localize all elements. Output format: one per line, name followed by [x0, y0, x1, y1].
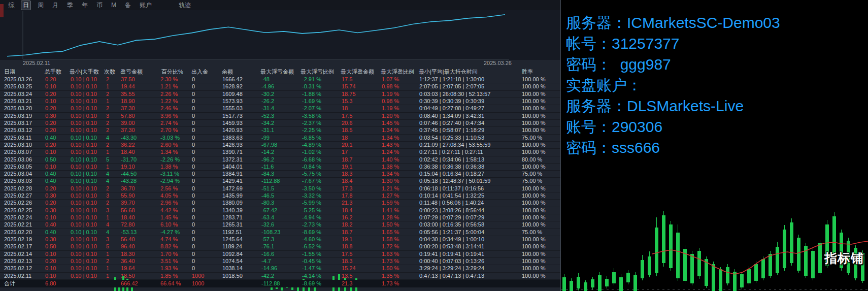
cell-mfp: 18 — [342, 105, 348, 112]
table-row[interactable]: 2025.02.280.200.10 | 0.10236.702.56 %014… — [0, 185, 561, 192]
table-row[interactable]: 2025.02.210.400.10 | 0.10472.806.10 %012… — [0, 221, 561, 229]
cell-inout: 0 — [192, 76, 195, 83]
cell-mfl: -80.3 — [261, 200, 274, 206]
cell-win: 100.00 % — [522, 149, 545, 155]
table-row[interactable]: 2025.03.240.200.10 | 0.10235.552.26 %016… — [0, 91, 561, 98]
table-row[interactable]: 2025.02.170.500.10 | 0.10596.408.82 %011… — [0, 243, 561, 250]
cell-inout: 0 — [192, 156, 195, 163]
cell-lots: 0.10 — [45, 265, 56, 272]
cell-mfpp: 1.24 % — [382, 149, 399, 155]
table-row[interactable]: 2025.02.270.300.10 | 0.10355.904.05 %014… — [0, 192, 561, 200]
total-inout: 1000 — [192, 280, 204, 287]
table-row[interactable]: 2025.02.250.300.10 | 0.10356.684.42 %013… — [0, 207, 561, 214]
cell-pct: -3.03 % — [160, 135, 180, 141]
table-row[interactable]: 2025.02.140.100.10 | 0.10118.301.70 %010… — [0, 251, 561, 258]
cell-balance: 1404.01 — [222, 164, 243, 170]
cell-count: 2 — [106, 91, 109, 98]
cell-mflp: -0.31 % — [302, 83, 321, 90]
cell-minmax: 0.10 | 0.10 — [71, 156, 97, 163]
cell-mflp: -2.73 % — [302, 221, 321, 228]
cell-minmax: 0.10 | 0.10 — [71, 265, 97, 272]
table-row[interactable]: 2025.03.120.200.10 | 0.10237.302.70 %014… — [0, 127, 561, 134]
total-mfpp: 1.73 % — [382, 280, 399, 287]
table-row[interactable]: 2025.02.120.100.10 | 0.10119.641.93 %010… — [0, 265, 561, 272]
cell-inout: 0 — [192, 200, 195, 206]
table-row[interactable]: 2025.03.260.200.10 | 0.10237.502.30 %016… — [0, 76, 561, 83]
cell-pl: -43.30 — [121, 135, 137, 141]
table-row[interactable]: 2025.03.170.200.10 | 0.10239.002.74 %014… — [0, 120, 561, 127]
table-row[interactable]: 2025.03.070.100.10 | 0.10118.401.34 %013… — [0, 149, 561, 156]
table-row[interactable]: 2025.03.060.500.10 | 0.105-31.70-2.26 %0… — [0, 156, 561, 164]
table-row[interactable]: 2025.03.250.100.10 | 0.10119.441.21 %016… — [0, 83, 561, 90]
cell-date: 2025.03.12 — [4, 127, 32, 134]
cell-mfpp: 1.50 % — [382, 221, 399, 228]
cell-mfpp: 1.30 % — [382, 178, 399, 184]
cell-mflp: -3.58 % — [302, 113, 321, 119]
cell-balance: 1380.09 — [222, 200, 243, 206]
cell-pl: 36.40 — [121, 258, 135, 265]
cell-mfp: 18.5 — [342, 127, 352, 134]
cell-balance: 1265.31 — [222, 221, 243, 228]
table-row[interactable]: 2025.03.040.400.10 | 0.104-44.50-3.11 %0… — [0, 171, 561, 178]
cell-minmax: 0.10 | 0.10 — [71, 221, 97, 228]
account-info: 服务器：ICMarketsSC-Demo03帐号：31257377密码： ggg… — [566, 12, 780, 158]
table-row[interactable]: 2025.03.050.100.10 | 0.10119.101.38 %014… — [0, 164, 561, 171]
cell-mfl: -30.2 — [261, 91, 274, 98]
cell-balance: 1666.42 — [222, 76, 243, 83]
cell-inout: 0 — [192, 229, 195, 236]
cell-count: 2 — [106, 76, 109, 83]
cell-mflp: -5.99 % — [302, 200, 321, 206]
cell-balance: 1038.14 — [222, 265, 243, 272]
total-mfp: 21.3 — [342, 280, 352, 287]
table-row[interactable]: 2025.02.190.300.10 | 0.10356.404.74 %012… — [0, 236, 561, 243]
cell-mfpp: 1.19 % — [382, 91, 399, 98]
cell-time: 0:04:30 | 0:34:49 | 1:00:10 — [419, 236, 484, 243]
cell-inout: 0 — [192, 214, 195, 221]
table-row[interactable]: 2025.02.130.200.10 | 0.10236.403.51 %010… — [0, 258, 561, 265]
table-row[interactable]: 2025.03.190.300.10 | 0.10357.803.96 %015… — [0, 113, 561, 120]
cell-mflp: -5.25 % — [302, 207, 321, 214]
cell-minmax: 0.10 | 0.10 — [71, 207, 97, 214]
cell-minmax: 0.10 | 0.10 — [71, 178, 97, 184]
cell-mflp: -4.89 % — [302, 142, 321, 148]
cell-mfl: -16.6 — [261, 251, 274, 257]
cell-date: 2025.03.21 — [4, 98, 32, 105]
cell-win: 75.00 % — [522, 229, 542, 236]
cell-date: 2025.03.11 — [4, 135, 31, 141]
table-row[interactable]: 2025.03.200.200.10 | 0.10237.302.46 %015… — [0, 105, 561, 112]
cell-mfpp: 1.38 % — [382, 164, 399, 170]
cell-pct: 3.96 % — [160, 113, 178, 119]
table-row[interactable]: 2025.03.030.400.10 | 0.104-43.28-2.94 %0… — [0, 178, 561, 185]
cell-pl: 36.22 — [121, 142, 135, 148]
table-row[interactable]: 2025.03.110.400.10 | 0.104-43.30-3.03 %0… — [0, 135, 561, 142]
cell-pl: 39.00 — [121, 120, 135, 126]
cell-mfpp: 0.98 % — [382, 98, 399, 105]
cell-win: 100.00 % — [522, 251, 545, 257]
table-row[interactable]: 2025.02.260.200.10 | 0.10239.702.96 %013… — [0, 200, 561, 207]
table-row[interactable]: 2025.03.210.100.10 | 0.10118.901.22 %015… — [0, 98, 561, 105]
cell-win: 100.00 % — [522, 164, 545, 170]
cell-win: 75.00 % — [522, 135, 542, 141]
cell-pl: -31.70 — [121, 156, 137, 163]
cell-lots: 0.50 — [45, 156, 56, 163]
app-root: 综日周月季年币M备账户轨迹 2025.02.11 2025.03.26 日期总手… — [0, 0, 868, 291]
cell-pct: 4.42 % — [160, 207, 178, 214]
cell-date: 2025.03.07 — [4, 149, 32, 155]
cell-mfp: 16.2 — [342, 214, 352, 221]
cell-time: 0:37:45 | 0:58:07 | 1:18:29 — [419, 127, 484, 134]
cell-pct: 2.30 % — [160, 76, 178, 83]
table-row[interactable]: 2025.02.200.400.10 | 0.104-53.13-4.27 %0… — [0, 229, 561, 236]
account-line-5: 账号：290306 — [566, 116, 780, 137]
cell-mfp: 19.1 — [342, 236, 352, 243]
cell-pct: 1.22 % — [160, 98, 178, 105]
cell-mfp: 18.4 — [342, 207, 352, 214]
cell-mflp: -8.69 % — [302, 229, 321, 236]
table-row[interactable]: 2025.02.240.100.10 | 0.10118.401.45 %012… — [0, 214, 561, 221]
cell-mflp: -2.91 % — [302, 76, 321, 83]
cell-win: 100.00 % — [522, 142, 545, 148]
table-row[interactable]: 2025.03.100.200.10 | 0.10236.222.60 %014… — [0, 142, 561, 149]
cell-inout: 0 — [192, 192, 195, 199]
cell-mfp: 17.5 — [342, 76, 352, 83]
cell-mfpp: 1.34 % — [382, 135, 399, 141]
cell-pct: 2.70 % — [160, 127, 178, 134]
